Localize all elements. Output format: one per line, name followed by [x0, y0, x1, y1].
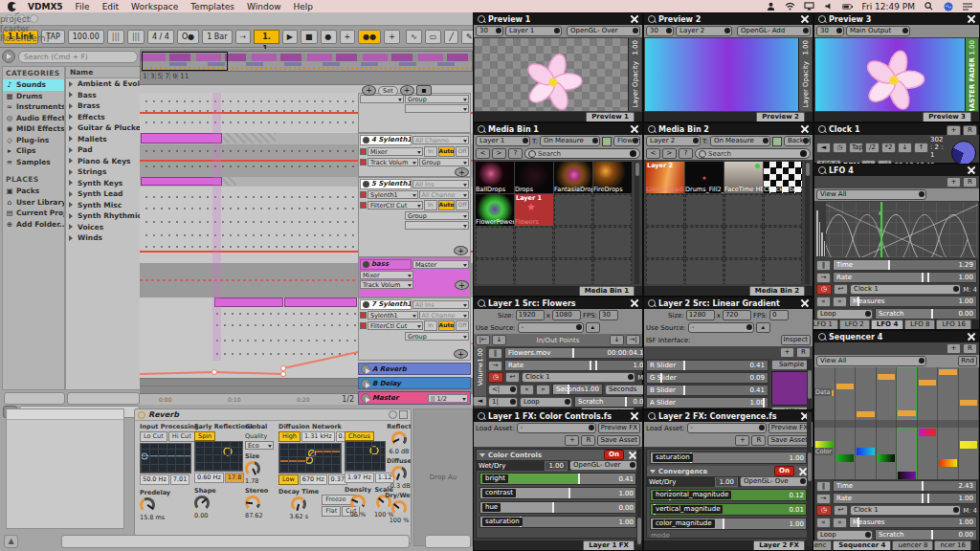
browser-footer-field-right[interactable] [67, 392, 140, 405]
media-bin2-titlebar[interactable]: Media Bin 2 [644, 123, 813, 135]
clock-sync-button[interactable]: ◷ [816, 505, 832, 516]
bass-clip-2[interactable] [284, 298, 357, 307]
input-channel-menu[interactable]: All Channe [419, 311, 470, 320]
sidebar-place-item[interactable]: ▤ Current Project [3, 208, 64, 219]
track-header-7-sylenth1[interactable]: 7 Sylenth1 All Ins Sylenth1 All Channe F… [358, 298, 471, 361]
media-thumbnail[interactable]: FaceTime HD [724, 162, 763, 193]
fx-close-icon[interactable] [799, 468, 807, 475]
preview3-tab[interactable]: Preview 3 [923, 112, 971, 121]
bin-search-field[interactable]: Search [695, 148, 811, 159]
sidebar-place-item[interactable]: ⌂ User Library [3, 197, 64, 209]
empty-media-slot[interactable] [764, 259, 802, 284]
track-name[interactable]: 7 Sylenth1 [360, 299, 412, 310]
stereo-knob[interactable] [245, 496, 260, 511]
notification-center-icon[interactable] [962, 2, 972, 11]
sequencer-tab[interactable]: uencer 8 [892, 540, 933, 550]
arrangement-position[interactable]: 1. 1. 1 [254, 30, 279, 44]
empty-media-slot[interactable] [764, 227, 802, 258]
trigger-menu[interactable]: On Measure [710, 136, 770, 146]
loop-mode-menu[interactable]: Loop [816, 530, 873, 540]
help-button[interactable]: ? [508, 148, 523, 159]
input-type-menu[interactable]: All Ins [412, 180, 469, 188]
help-button[interactable]: ? [679, 148, 693, 159]
tempo-up-button[interactable]: ↑ [914, 143, 928, 153]
data-bar[interactable] [939, 369, 957, 375]
sequencer-color-cell[interactable] [877, 428, 898, 480]
chorus-button[interactable]: Chorus [345, 431, 374, 441]
lfo-tab[interactable]: LFO 2 [839, 320, 870, 329]
add-button[interactable]: + [947, 177, 961, 187]
pause-button[interactable]: ‖ [816, 481, 831, 492]
density-knob[interactable] [350, 495, 366, 510]
preview-fx-button[interactable]: Preview FX [598, 423, 640, 433]
sequencer-color-cell[interactable] [856, 428, 877, 480]
output-routing-menu[interactable]: Group [405, 332, 469, 341]
empty-media-slot[interactable] [593, 227, 632, 258]
speaker-icon[interactable]: ◄ [473, 396, 487, 407]
input-channel-menu[interactable]: All Channe [412, 136, 469, 144]
disclosure-triangle-icon[interactable] [69, 114, 76, 120]
fx-param-slider[interactable]: hue0.00 [479, 501, 636, 514]
track-name[interactable]: 4 Sylenth1 [360, 135, 412, 145]
media-bin2-tab[interactable]: Media Bin 2 [749, 286, 805, 296]
lo-cut-button[interactable]: Lo Cut [140, 431, 167, 442]
high-shelf-button[interactable]: High [278, 431, 301, 442]
use-source-menu[interactable]: - [688, 322, 754, 333]
device-drop-area[interactable]: Drop Au [413, 408, 473, 546]
menu-window[interactable]: Window [247, 2, 281, 11]
menu-edit[interactable]: Edit [102, 2, 119, 11]
receive-button[interactable]: R [963, 125, 977, 136]
search-scope-button[interactable] [630, 150, 636, 157]
fx-param-slider[interactable]: saturation1.00 [479, 516, 636, 528]
add-automation-button[interactable]: + [362, 85, 376, 96]
direction-button[interactable]: → [816, 494, 831, 504]
clock-source-menu[interactable]: Clock 1 [522, 372, 635, 383]
media-thumbnail[interactable]: FlowerPower [476, 194, 514, 226]
pencil-button[interactable]: ✎ [461, 30, 473, 44]
trigger-menu[interactable]: On Measure [540, 136, 600, 146]
bin-scrollbar[interactable] [805, 162, 810, 284]
fps-menu[interactable]: 30 [476, 26, 503, 36]
bin-search-field[interactable]: Search [524, 148, 640, 159]
browser-list-item[interactable]: Synth Keys [66, 178, 141, 189]
fps-field[interactable]: 30 [599, 310, 618, 320]
empty-media-slot[interactable] [476, 259, 514, 284]
fx-param-slider[interactable]: bright0.41 [479, 473, 636, 485]
play-button[interactable]: ▶ [282, 30, 298, 44]
inspect-button[interactable]: Inspect [781, 335, 812, 345]
close-icon[interactable] [631, 412, 638, 420]
sidebar-place-item[interactable]: ⊕ Add Folder... [3, 219, 64, 231]
loop-mode-icon[interactable]: ↩ [834, 284, 848, 295]
disclosure-triangle-icon[interactable] [69, 81, 76, 87]
lo-cut-freq-field[interactable]: 50.0 Hz [140, 474, 169, 485]
data-bar[interactable] [878, 374, 896, 380]
sequencer-data-cell[interactable] [918, 367, 939, 420]
midi-clip-2[interactable] [141, 177, 222, 186]
browser-list-item[interactable]: Voices [66, 222, 141, 233]
data-bar[interactable] [836, 384, 855, 389]
fx-close-icon[interactable] [629, 452, 636, 459]
empty-media-slot[interactable] [515, 259, 553, 284]
height-field[interactable]: 720 [723, 310, 751, 320]
close-icon[interactable] [968, 15, 975, 23]
show-hide-status-icon[interactable]: ▲ [4, 535, 18, 548]
empty-media-slot[interactable] [685, 259, 724, 284]
eject-button[interactable]: ▴ [586, 322, 600, 333]
empty-media-slot[interactable] [764, 194, 802, 226]
apple-icon[interactable] [8, 2, 16, 11]
media-thumbnail[interactable]: FantasiaDrop [554, 162, 592, 193]
fx-blend-menu[interactable]: OpenGL- Over [569, 460, 637, 471]
line-tool-button[interactable]: ╱ [444, 30, 458, 44]
wet-dry-row[interactable]: Wet/Dry 1.00 OpenGL- Ove [647, 476, 810, 487]
sidebar-category-item[interactable]: ≡ Samples [3, 157, 64, 168]
menu-help[interactable]: Help [294, 2, 314, 11]
browser-list-item[interactable]: Effects [66, 112, 141, 123]
movie-position-slider[interactable]: Flowers.mov00:00:04.12 [504, 347, 652, 359]
input-filter-display[interactable] [140, 443, 191, 474]
preview1-tab[interactable]: Preview 1 [586, 112, 635, 121]
empty-media-slot[interactable] [554, 259, 592, 284]
preview-fx-button[interactable]: Preview FX [768, 423, 811, 433]
layer-menu[interactable]: Layer 1 [505, 26, 562, 36]
empty-media-slot[interactable] [646, 194, 684, 226]
close-icon[interactable] [631, 15, 638, 23]
